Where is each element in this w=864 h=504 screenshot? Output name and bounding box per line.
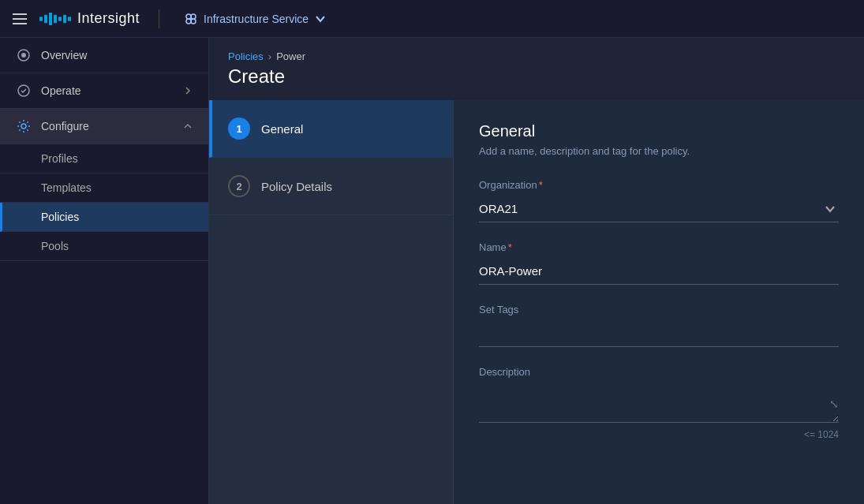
step-number-1: 1 bbox=[228, 118, 250, 140]
svg-point-9 bbox=[186, 19, 191, 24]
form-section-subtitle: Add a name, description and tag for the … bbox=[479, 145, 839, 157]
description-textarea[interactable] bbox=[479, 383, 839, 423]
overview-label: Overview bbox=[41, 49, 87, 62]
service-icon bbox=[185, 13, 197, 25]
sidebar-item-operate[interactable]: Operate bbox=[0, 73, 208, 109]
tags-label: Set Tags bbox=[479, 304, 839, 315]
name-label: Name* bbox=[479, 241, 839, 253]
policies-label: Policies bbox=[41, 211, 79, 223]
char-count: <= 1024 bbox=[479, 429, 839, 440]
svg-rect-2 bbox=[49, 13, 52, 25]
content-area: Policies › Power Create 1 General 2 bbox=[209, 38, 864, 504]
wizard-container: 1 General 2 Policy Details General Add a… bbox=[209, 100, 864, 504]
svg-point-7 bbox=[186, 14, 191, 19]
pools-label: Pools bbox=[41, 240, 69, 252]
chevron-down-icon bbox=[315, 13, 326, 24]
svg-rect-1 bbox=[44, 14, 47, 23]
top-nav: Intersight Infrastructure Service bbox=[0, 0, 864, 38]
service-selector[interactable]: Infrastructure Service bbox=[178, 9, 332, 28]
step-item-policy-details[interactable]: 2 Policy Details bbox=[209, 158, 453, 215]
svg-rect-0 bbox=[39, 17, 43, 21]
operate-chevron-right bbox=[183, 86, 193, 95]
app-title: Intersight bbox=[77, 10, 140, 27]
name-input[interactable] bbox=[479, 258, 839, 285]
sidebar: Overview Operate Configure Profiles bbox=[0, 38, 209, 504]
steps-panel: 1 General 2 Policy Details bbox=[209, 100, 454, 504]
configure-icon bbox=[16, 118, 32, 134]
form-section-title: General bbox=[479, 122, 839, 140]
main-layout: Overview Operate Configure Profiles bbox=[0, 38, 864, 504]
step-item-general[interactable]: 1 General bbox=[209, 100, 453, 158]
configure-chevron-up bbox=[183, 121, 193, 131]
organization-select[interactable]: ORA21 bbox=[479, 196, 839, 222]
hamburger-button[interactable] bbox=[13, 13, 27, 24]
cisco-logo: Intersight bbox=[39, 10, 140, 27]
description-wrapper: ⤡ bbox=[479, 383, 839, 426]
breadcrumb-policies-link[interactable]: Policies bbox=[228, 50, 264, 62]
sidebar-item-pools[interactable]: Pools bbox=[0, 232, 208, 261]
nav-divider bbox=[159, 9, 159, 28]
step-number-2: 2 bbox=[228, 175, 250, 197]
description-field: Description ⤡ <= 1024 bbox=[479, 366, 839, 440]
sidebar-item-overview[interactable]: Overview bbox=[0, 38, 208, 73]
step-label-general: General bbox=[261, 122, 303, 136]
cisco-logo-svg bbox=[39, 11, 71, 27]
sidebar-item-policies[interactable]: Policies bbox=[0, 203, 208, 232]
organization-label: Organization* bbox=[479, 179, 839, 191]
organization-select-wrapper: ORA21 bbox=[479, 196, 839, 222]
sidebar-item-templates[interactable]: Templates bbox=[0, 174, 208, 203]
page-title: Create bbox=[209, 62, 864, 100]
svg-point-8 bbox=[191, 14, 196, 19]
name-field: Name* bbox=[479, 241, 839, 285]
svg-rect-5 bbox=[63, 14, 66, 23]
description-label: Description bbox=[479, 366, 839, 378]
configure-label: Configure bbox=[41, 120, 89, 133]
step-label-policy-details: Policy Details bbox=[261, 180, 332, 193]
svg-rect-4 bbox=[58, 17, 62, 21]
templates-label: Templates bbox=[41, 181, 92, 194]
svg-point-10 bbox=[191, 19, 196, 24]
overview-icon bbox=[16, 47, 32, 63]
breadcrumb-separator: › bbox=[268, 50, 271, 62]
svg-rect-3 bbox=[54, 14, 57, 23]
profiles-label: Profiles bbox=[41, 152, 78, 165]
svg-point-12 bbox=[21, 53, 26, 58]
sidebar-item-configure[interactable]: Configure bbox=[0, 109, 208, 144]
svg-point-14 bbox=[21, 124, 26, 129]
tags-field: Set Tags bbox=[479, 304, 839, 347]
breadcrumb: Policies › Power bbox=[209, 38, 864, 62]
operate-icon bbox=[16, 83, 32, 99]
svg-rect-6 bbox=[68, 17, 71, 21]
service-label: Infrastructure Service bbox=[204, 13, 309, 25]
breadcrumb-current: Power bbox=[276, 50, 305, 62]
operate-label: Operate bbox=[41, 84, 81, 97]
tags-input[interactable] bbox=[479, 320, 839, 347]
sidebar-item-profiles[interactable]: Profiles bbox=[0, 144, 208, 174]
organization-field: Organization* ORA21 bbox=[479, 179, 839, 222]
form-panel: General Add a name, description and tag … bbox=[454, 100, 864, 504]
